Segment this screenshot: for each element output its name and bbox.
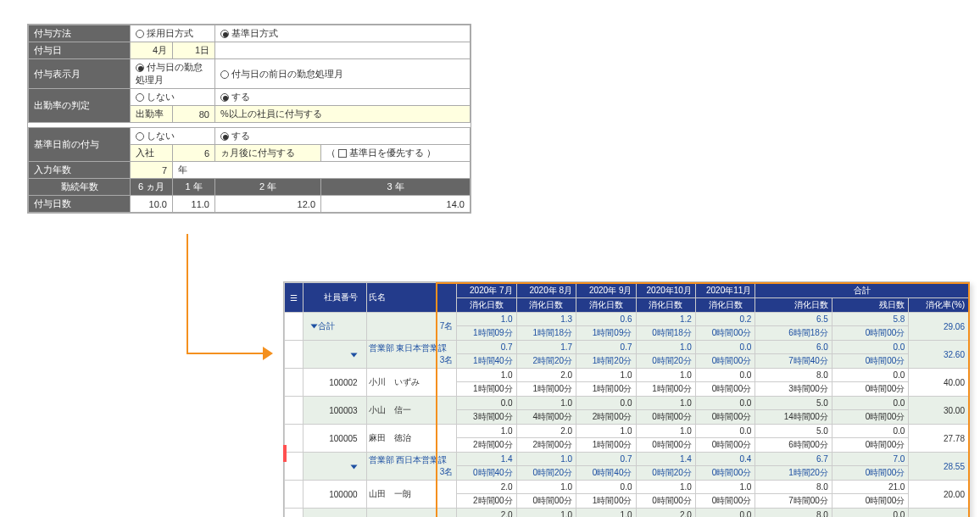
arrow-vertical <box>187 234 188 353</box>
arrow-head-icon <box>263 347 273 360</box>
col-month-3: 2020年10月 <box>636 283 695 298</box>
grant-days-1: 11.0 <box>173 196 215 213</box>
red-indicator-icon <box>283 445 287 462</box>
col-emp-no: 社員番号 <box>303 283 366 313</box>
col-month-2: 2020年 9月 <box>576 283 636 298</box>
col-name: 氏名 <box>366 283 457 313</box>
sub-rate: 消化率(%) <box>909 298 969 313</box>
att-rate-lbl: 出勤率 <box>131 106 173 123</box>
sub-remain: 残日数 <box>832 298 909 313</box>
grant-days-3: 14.0 <box>321 196 471 213</box>
method-opt2[interactable]: 基準日方式 <box>215 25 471 42</box>
col-total-header: 合計 <box>755 283 969 298</box>
input-years-label: 入力年数 <box>29 162 131 179</box>
report-panel: ☰ 社員番号 氏名 2020年 7月 2020年 8月 2020年 9月 202… <box>283 281 970 517</box>
hire-checkbox[interactable]: （ 基準日を優先する ） <box>321 145 471 162</box>
grant-days-0: 10.0 <box>131 196 173 213</box>
display-opt1[interactable]: 付与日の勤怠処理月 <box>131 59 215 89</box>
sub-consume-4: 消化日数 <box>695 298 754 313</box>
settings-panel: 付与方法 採用日方式 基準日方式 付与日 4月 1日 付与表示月 付与日の勤怠処… <box>27 24 471 214</box>
display-month-label: 付与表示月 <box>29 59 131 89</box>
att-suffix: %以上の社員に付与する <box>215 106 471 123</box>
arrow-horizontal <box>187 353 263 354</box>
sub-consume-0: 消化日数 <box>457 298 516 313</box>
sub-consume-2: 消化日数 <box>576 298 636 313</box>
grant-days-2: 12.0 <box>215 196 321 213</box>
prebase-label: 基準日前の付与 <box>29 128 131 162</box>
tenure-h-0: 6 ヵ月 <box>131 179 173 196</box>
att-opt-yes[interactable]: する <box>215 89 471 106</box>
att-opt-no[interactable]: しない <box>131 89 215 106</box>
grant-days-label: 付与日数 <box>29 196 131 213</box>
grant-day[interactable]: 1日 <box>173 42 215 59</box>
att-rate-val[interactable]: 80 <box>173 106 215 123</box>
prebase-opt-yes[interactable]: する <box>215 128 471 145</box>
sub-consume-1: 消化日数 <box>516 298 576 313</box>
col-month-1: 2020年 8月 <box>516 283 576 298</box>
method-label: 付与方法 <box>29 25 131 42</box>
grant-date-label: 付与日 <box>29 42 131 59</box>
method-opt1[interactable]: 採用日方式 <box>131 25 215 42</box>
hire-lbl: 入社 <box>131 145 173 162</box>
tenure-h-2: 2 年 <box>215 179 321 196</box>
display-opt2[interactable]: 付与日の前日の勤怠処理月 <box>215 59 471 89</box>
sub-consume-t: 消化日数 <box>755 298 832 313</box>
col-month-4: 2020年11月 <box>695 283 754 298</box>
input-years-suffix: 年 <box>173 162 471 179</box>
tenure-h-3: 3 年 <box>321 179 471 196</box>
tenure-label: 勤続年数 <box>29 179 131 196</box>
menu-icon[interactable]: ☰ <box>285 283 303 313</box>
sub-consume-3: 消化日数 <box>636 298 695 313</box>
hire-val[interactable]: 6 <box>173 145 215 162</box>
hire-suffix: ヵ月後に付与する <box>215 145 321 162</box>
attendance-label: 出勤率の判定 <box>29 89 131 123</box>
tenure-h-1: 1 年 <box>173 179 215 196</box>
grant-month[interactable]: 4月 <box>131 42 173 59</box>
input-years-val[interactable]: 7 <box>131 162 173 179</box>
col-month-0: 2020年 7月 <box>457 283 516 298</box>
prebase-opt-no[interactable]: しない <box>131 128 215 145</box>
